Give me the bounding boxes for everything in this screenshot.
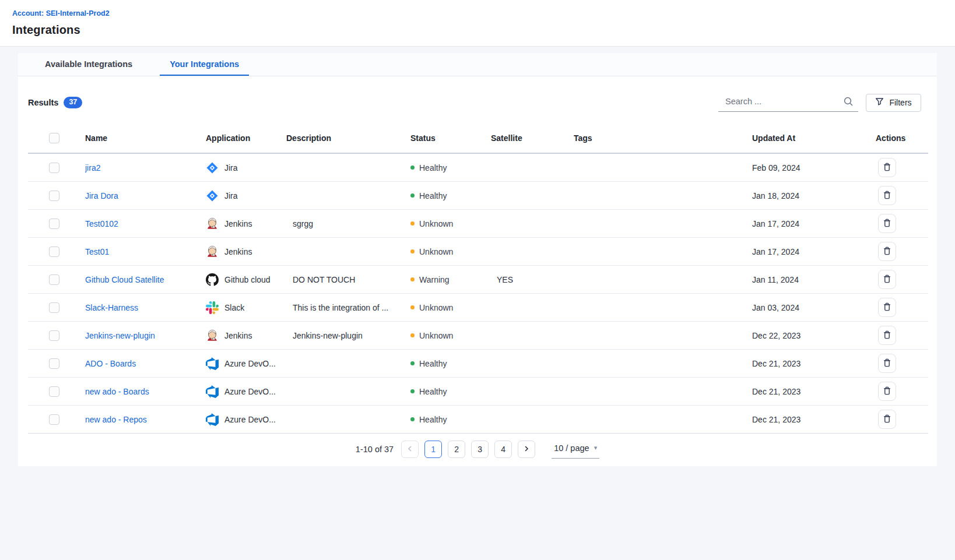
row-checkbox[interactable] — [49, 274, 59, 285]
application-label: Jira — [224, 163, 238, 172]
status-label: Healthy — [419, 359, 447, 368]
integration-name-link[interactable]: jira2 — [85, 163, 100, 172]
application-label: Azure DevO... — [224, 359, 276, 368]
actions-cell — [876, 410, 928, 429]
actions-cell — [876, 158, 928, 177]
pagination-page-3[interactable]: 3 — [471, 441, 489, 458]
table-row: Jira DoraJiraHealthyJan 18, 2024 — [28, 182, 928, 210]
delete-integration-button[interactable] — [878, 410, 896, 429]
satellite-cell: YES — [491, 275, 574, 284]
account-link[interactable]: Account: SEI-Internal-Prod2 — [12, 9, 110, 17]
status-cell: Healthy — [410, 359, 491, 368]
actions-cell — [876, 382, 928, 401]
name-cell: new ado - Boards — [85, 387, 206, 396]
integrations-table: NameApplicationDescriptionStatusSatellit… — [28, 124, 928, 434]
integration-name-link[interactable]: Github Cloud Satellite — [85, 275, 164, 284]
tab-available-integrations[interactable]: Available Integrations — [35, 53, 142, 76]
delete-integration-button[interactable] — [878, 242, 896, 261]
application-cell: Jira — [206, 189, 286, 202]
delete-integration-button[interactable] — [878, 158, 896, 177]
status-label: Healthy — [419, 415, 447, 424]
name-cell: Jira Dora — [85, 191, 206, 200]
row-checkbox[interactable] — [49, 163, 59, 173]
status-dot-icon — [410, 361, 415, 365]
status-label: Healthy — [419, 387, 447, 396]
integration-name-link[interactable]: new ado - Boards — [85, 387, 149, 396]
row-checkbox[interactable] — [49, 191, 59, 201]
status-label: Warning — [419, 275, 450, 284]
delete-integration-button[interactable] — [878, 214, 896, 233]
row-checkbox[interactable] — [49, 302, 59, 313]
table-row: ADO - BoardsAzure DevO...HealthyDec 21, … — [28, 350, 928, 378]
table-header-row: NameApplicationDescriptionStatusSatellit… — [28, 124, 928, 154]
delete-integration-button[interactable] — [878, 270, 896, 289]
row-checkbox[interactable] — [49, 219, 59, 229]
row-checkbox-cell — [28, 302, 85, 313]
updated-at-cell: Dec 21, 2023 — [752, 415, 876, 424]
status-dot-icon — [410, 417, 415, 421]
select-all-checkbox[interactable] — [49, 133, 59, 143]
table-row: Jenkins-new-pluginJenkinsJenkins-new-plu… — [28, 322, 928, 350]
row-checkbox[interactable] — [49, 358, 59, 369]
delete-integration-button[interactable] — [878, 354, 896, 373]
filters-button[interactable]: Filters — [866, 94, 921, 112]
pagination-page-1[interactable]: 1 — [424, 441, 442, 458]
row-checkbox[interactable] — [49, 246, 59, 257]
actions-cell — [876, 326, 928, 345]
status-dot-icon — [410, 277, 415, 281]
application-label: Azure DevO... — [224, 415, 276, 424]
row-checkbox-cell — [28, 330, 85, 341]
row-checkbox[interactable] — [49, 330, 59, 341]
actions-cell — [876, 270, 928, 289]
trash-icon — [882, 414, 892, 425]
trash-icon — [882, 246, 892, 258]
updated-at-cell: Jan 03, 2024 — [752, 303, 876, 312]
updated-at-cell: Dec 22, 2023 — [752, 331, 876, 340]
pagination-page-4[interactable]: 4 — [494, 441, 512, 458]
integration-name-link[interactable]: Test01 — [85, 247, 109, 256]
column-header-application: Application — [206, 133, 286, 143]
application-cell: Github cloud — [206, 273, 286, 286]
page-size-select[interactable]: 10 / page ▾ — [552, 441, 599, 459]
application-cell: Jenkins — [206, 245, 286, 258]
updated-at-cell: Jan 11, 2024 — [752, 275, 876, 284]
integration-name-link[interactable]: Slack-Harness — [85, 303, 138, 312]
page-size-label: 10 / page — [554, 443, 589, 453]
application-cell: Azure DevO... — [206, 385, 286, 398]
delete-integration-button[interactable] — [878, 298, 896, 317]
integration-name-link[interactable]: ADO - Boards — [85, 359, 136, 368]
application-label: Jenkins — [224, 331, 252, 340]
table-row: new ado - BoardsAzure DevO...HealthyDec … — [28, 378, 928, 406]
tab-your-integrations[interactable]: Your Integrations — [160, 53, 249, 76]
delete-integration-button[interactable] — [878, 382, 896, 401]
integration-name-link[interactable]: Jira Dora — [85, 191, 118, 200]
table-row: Test0102JenkinssgrggUnknownJan 17, 2024 — [28, 210, 928, 238]
name-cell: ADO - Boards — [85, 359, 206, 368]
integration-name-link[interactable]: Test0102 — [85, 219, 118, 228]
jira-icon — [206, 161, 219, 174]
delete-integration-button[interactable] — [878, 186, 896, 205]
filter-icon — [875, 97, 884, 108]
pagination-next-button[interactable] — [518, 441, 535, 458]
row-checkbox[interactable] — [49, 386, 59, 397]
description-cell: sgrgg — [286, 219, 410, 228]
updated-at-cell: Jan 17, 2024 — [752, 247, 876, 256]
trash-icon — [882, 358, 892, 369]
delete-integration-button[interactable] — [878, 326, 896, 345]
trash-icon — [882, 302, 892, 314]
table-row: new ado - ReposAzure DevO...HealthyDec 2… — [28, 406, 928, 434]
row-checkbox-cell — [28, 246, 85, 257]
row-checkbox[interactable] — [49, 414, 59, 425]
table-row: Slack-HarnessSlackThis is the integratio… — [28, 294, 928, 322]
integration-name-link[interactable]: new ado - Repos — [85, 415, 147, 424]
status-cell: Healthy — [410, 387, 491, 396]
application-label: Azure DevO... — [224, 387, 276, 396]
pagination-prev-button[interactable] — [401, 441, 419, 458]
table-row: Test01JenkinsUnknownJan 17, 2024 — [28, 238, 928, 266]
application-label: Jenkins — [224, 219, 252, 228]
row-checkbox-cell — [28, 358, 85, 369]
actions-cell — [876, 298, 928, 317]
integration-name-link[interactable]: Jenkins-new-plugin — [85, 331, 155, 340]
search-input[interactable] — [718, 93, 858, 112]
pagination-page-2[interactable]: 2 — [448, 441, 465, 458]
